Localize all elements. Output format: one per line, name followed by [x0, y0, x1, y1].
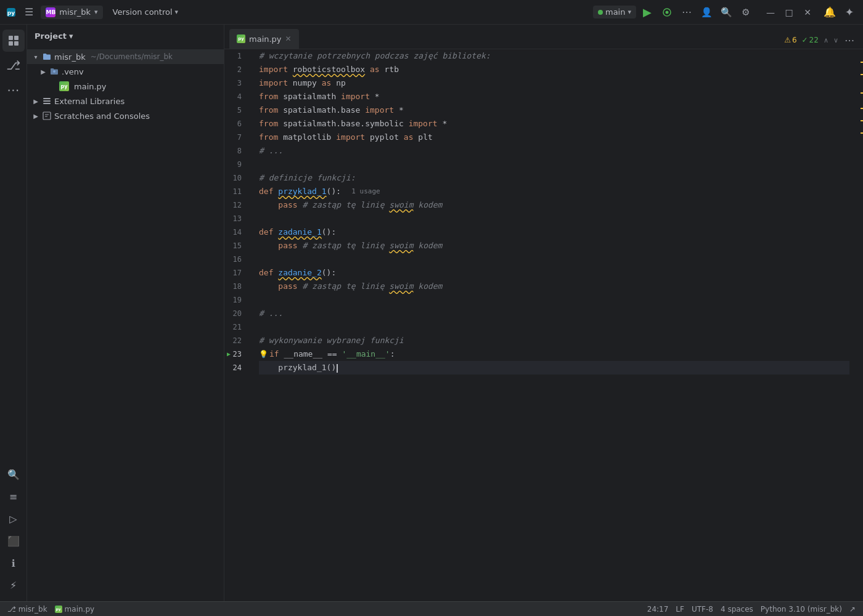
- tree-item-venv[interactable]: ▶ .venv: [27, 64, 224, 79]
- code-token: [298, 280, 303, 293]
- project-selector[interactable]: MB misr_bk ▾: [41, 6, 102, 19]
- code-token: def: [259, 185, 273, 198]
- svg-rect-9: [43, 98, 51, 99]
- activity-item-project[interactable]: [2, 30, 25, 52]
- search-button[interactable]: 🔍: [718, 4, 735, 21]
- sidebar-title-label: Project: [35, 31, 67, 41]
- svg-point-8: [53, 70, 55, 73]
- code-line-5: from spatialmath.base import *: [259, 103, 849, 117]
- code-token: [298, 239, 303, 253]
- tab-mainpy[interactable]: py main.py ✕: [229, 29, 299, 49]
- code-token: zadanie_2: [278, 266, 321, 280]
- status-upload-icon[interactable]: ↗: [849, 605, 856, 614]
- tree-item-scratches[interactable]: ▶ Scratches and Consoles: [27, 108, 224, 123]
- scratches-icon: [42, 111, 52, 121]
- status-cursor-position[interactable]: 24:17: [647, 605, 669, 614]
- code-line-15: pass # zastąp tę linię swoim kodem: [259, 239, 849, 253]
- activity-item-layers[interactable]: ≡: [2, 485, 25, 508]
- status-utf8: UTF-8: [692, 605, 713, 614]
- activity-item-run-debug[interactable]: ▷: [2, 508, 25, 530]
- code-line-8: # ...: [259, 144, 849, 158]
- line-num-23: ▶23: [224, 347, 247, 361]
- code-token: przyklad_1: [278, 185, 326, 198]
- status-lf: LF: [676, 605, 684, 614]
- tree-item-external-libraries[interactable]: ▶ External Libraries: [27, 94, 224, 108]
- status-file-icon: py: [55, 606, 62, 613]
- hamburger-menu-button[interactable]: ☰: [22, 4, 36, 20]
- editor-code[interactable]: # wczytanie potrzebnych podczas zajęć bi…: [254, 49, 854, 601]
- code-token: # ...: [259, 144, 283, 158]
- version-control-button[interactable]: Version control ▾: [108, 6, 184, 18]
- sidebar-title[interactable]: Project ▾: [35, 31, 73, 41]
- gutter-mark-4: [861, 108, 863, 109]
- status-indent[interactable]: 4 spaces: [721, 605, 753, 614]
- folder-icon-root: [42, 52, 52, 62]
- debug-button[interactable]: [658, 4, 676, 21]
- minimize-button[interactable]: —: [762, 4, 779, 21]
- tree-chevron-extlibs: ▶: [32, 98, 39, 105]
- tab-close-button[interactable]: ✕: [285, 34, 292, 43]
- sidebar-tree: ▾ misr_bk ~/Documents/misr_bk ▶ .venv py…: [27, 47, 224, 601]
- line-num-7: 7: [224, 131, 247, 144]
- status-interpreter[interactable]: Python 3.10 (misr_bk): [761, 605, 842, 614]
- code-token: [259, 239, 278, 253]
- more-options-button[interactable]: ⋯: [678, 4, 695, 21]
- code-token: zadanie_1: [278, 225, 321, 239]
- tab-bar-more-button[interactable]: ⋯: [841, 31, 858, 49]
- code-line-23: 💡 if __name__ == '__main__':: [259, 347, 849, 361]
- activity-item-info[interactable]: ℹ: [2, 552, 25, 574]
- run-config-selector[interactable]: main ▾: [593, 6, 636, 18]
- editor-container[interactable]: 1 2 3 4 5 6 7 8 9 10 11 12 13 14 15 16 1…: [224, 49, 863, 601]
- tree-label-scratches: Scratches and Consoles: [54, 111, 150, 121]
- code-line-12: pass # zastąp tę linię swoim kodem: [259, 198, 849, 212]
- line-num-2: 2: [224, 63, 247, 76]
- version-control-chevron: ▾: [175, 8, 179, 16]
- sidebar-header: Project ▾: [27, 25, 224, 47]
- project-avatar: MB: [46, 7, 55, 17]
- line-num-8: 8: [224, 144, 247, 158]
- run-config-label: main: [605, 7, 625, 17]
- activity-item-search[interactable]: 🔍: [2, 463, 25, 485]
- svg-rect-6: [9, 41, 13, 46]
- code-token: ():: [322, 225, 336, 239]
- code-token: import: [365, 103, 394, 117]
- run-button[interactable]: ▶: [639, 4, 656, 21]
- activity-item-plugin[interactable]: ⚡: [2, 574, 25, 596]
- tab-label: main.py: [249, 34, 282, 44]
- tree-chevron-root: ▾: [32, 54, 39, 60]
- status-file-name: main.py: [65, 605, 95, 614]
- notifications-button[interactable]: 🔔: [821, 4, 838, 21]
- code-line-24: przyklad_1(): [259, 361, 849, 375]
- line-num-9: 9: [224, 158, 247, 171]
- activity-item-frame[interactable]: ⬛: [2, 530, 25, 552]
- code-token: # zastąp tę linię swoim kodem: [302, 198, 442, 212]
- status-line-ending[interactable]: LF: [676, 605, 684, 614]
- tree-label-venv: .venv: [62, 67, 84, 76]
- tree-item-root[interactable]: ▾ misr_bk ~/Documents/misr_bk: [27, 49, 224, 64]
- activity-item-more[interactable]: ⋯: [2, 79, 25, 101]
- window-controls: — □ ✕: [762, 4, 816, 21]
- status-branch[interactable]: ⎇ misr_bk: [7, 605, 47, 614]
- warnings-indicator[interactable]: ⚠ 6 ✓ 22 ∧ ∨: [784, 36, 838, 44]
- tree-item-mainpy[interactable]: py main.py: [27, 79, 224, 94]
- code-token: roboticstoolbox: [288, 63, 370, 76]
- code-token: import: [409, 117, 438, 131]
- status-file[interactable]: py main.py: [55, 605, 95, 614]
- code-token: as: [322, 76, 332, 90]
- line-num-15: 15: [224, 239, 247, 253]
- settings-button[interactable]: ⚙: [737, 4, 755, 21]
- account-button[interactable]: 👤: [698, 4, 715, 21]
- close-button[interactable]: ✕: [799, 4, 816, 21]
- code-token: import: [341, 90, 370, 103]
- line-num-5: 5: [224, 103, 247, 117]
- status-bar-left: ⎇ misr_bk py main.py: [7, 605, 94, 614]
- ai-assistant-button[interactable]: ✦: [841, 4, 858, 21]
- gutter-mark-2: [861, 74, 863, 75]
- maximize-button[interactable]: □: [780, 4, 798, 21]
- status-encoding[interactable]: UTF-8: [692, 605, 713, 614]
- activity-item-vcs[interactable]: ⎇: [2, 54, 25, 76]
- line-num-21: 21: [224, 320, 247, 334]
- code-token: if: [269, 347, 279, 361]
- code-token: from: [259, 90, 278, 103]
- code-token: [273, 225, 278, 239]
